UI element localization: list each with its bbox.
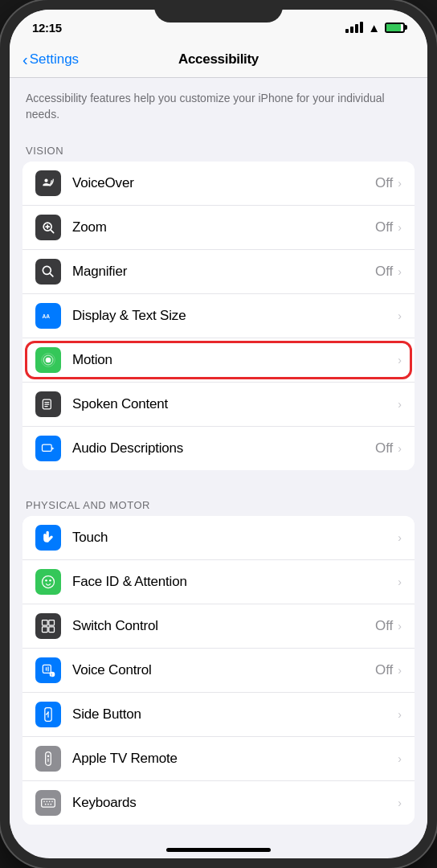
apple-tv-remote-label: Apple TV Remote [72, 751, 398, 767]
motion-label: Motion [72, 352, 398, 368]
svg-rect-19 [43, 620, 48, 626]
side-button-icon [35, 702, 61, 727]
wifi-icon: ▲ [368, 21, 380, 35]
svg-point-0 [44, 179, 47, 182]
vision-settings-group: VoiceOver Off › Zoom Off [22, 162, 415, 470]
svg-point-16 [43, 576, 55, 588]
svg-text:AA: AA [43, 313, 51, 319]
magnifier-value: Off [375, 264, 393, 280]
switch-control-icon [35, 613, 61, 639]
notch [154, 0, 283, 23]
list-item[interactable]: Apple TV Remote › [22, 737, 415, 781]
back-label: Settings [30, 51, 79, 68]
apple-tv-remote-icon [35, 746, 61, 772]
zoom-chevron-icon: › [398, 221, 402, 234]
motion-icon [35, 347, 61, 373]
list-item[interactable]: Motion › [22, 338, 415, 383]
touch-chevron-icon: › [398, 531, 402, 544]
audio-desc-chevron-icon: › [398, 442, 402, 455]
face-id-icon [35, 569, 61, 595]
list-item[interactable]: Spoken Content › [22, 383, 415, 427]
apple-tv-remote-chevron-icon: › [398, 752, 402, 765]
svg-point-17 [45, 579, 47, 582]
svg-rect-32 [42, 799, 55, 807]
display-text-label: Display & Text Size [72, 308, 398, 324]
svg-point-30 [47, 755, 50, 758]
display-text-chevron-icon: › [398, 309, 402, 322]
voiceover-label: VoiceOver [72, 175, 375, 191]
voice-control-icon: ! [35, 657, 61, 683]
voice-control-chevron-icon: › [398, 664, 402, 677]
svg-rect-15 [43, 444, 52, 451]
voiceover-icon [35, 170, 61, 196]
section-header-vision: VISION [10, 132, 427, 162]
keyboards-label: Keyboards [72, 795, 398, 811]
svg-rect-22 [49, 627, 55, 633]
battery-icon [385, 23, 405, 33]
list-item[interactable]: Touch › [22, 516, 415, 560]
svg-point-18 [49, 579, 51, 582]
zoom-value: Off [375, 219, 393, 235]
zoom-label: Zoom [72, 219, 375, 235]
zoom-icon [35, 215, 61, 240]
magnifier-icon [35, 259, 61, 285]
switch-control-value: Off [375, 618, 393, 634]
magnifier-label: Magnifier [72, 264, 375, 280]
voiceover-chevron-icon: › [398, 177, 402, 190]
list-item[interactable]: Zoom Off › [22, 206, 415, 250]
svg-rect-23 [43, 665, 51, 674]
list-item[interactable]: Face ID & Attention › [22, 560, 415, 604]
list-item[interactable]: VoiceOver Off › [22, 162, 415, 206]
side-button-chevron-icon: › [398, 708, 402, 721]
keyboards-icon [35, 790, 61, 816]
phone-frame: 12:15 ▲ ‹ Settings Accessibility [0, 0, 437, 868]
display-text-icon: AA [35, 303, 61, 329]
list-item[interactable]: Side Button › [22, 693, 415, 737]
content-area: Accessibility features help you customiz… [10, 78, 427, 839]
list-item[interactable]: Magnifier Off › [22, 250, 415, 294]
audio-desc-icon [35, 436, 61, 461]
audio-desc-value: Off [375, 440, 393, 457]
signal-icon [345, 22, 363, 33]
list-item[interactable]: Switch Control Off › [22, 604, 415, 649]
svg-rect-20 [49, 620, 55, 626]
spoken-content-icon [35, 391, 61, 417]
svg-rect-21 [43, 627, 48, 633]
touch-label: Touch [72, 530, 398, 546]
list-item[interactable]: Keyboards › [22, 781, 415, 825]
face-id-label: Face ID & Attention [72, 574, 398, 590]
voiceover-value: Off [375, 175, 393, 191]
switch-control-chevron-icon: › [398, 620, 402, 633]
svg-point-8 [46, 358, 51, 363]
description-text: Accessibility features help you customiz… [10, 78, 427, 132]
spoken-content-chevron-icon: › [398, 398, 402, 411]
nav-bar: ‹ Settings Accessibility [10, 45, 427, 78]
svg-line-2 [51, 230, 54, 233]
spoken-content-label: Spoken Content [72, 396, 398, 412]
face-id-chevron-icon: › [398, 575, 402, 588]
page-title: Accessibility [178, 51, 259, 68]
back-chevron-icon: ‹ [22, 51, 28, 68]
motion-chevron-icon: › [398, 354, 402, 366]
svg-line-6 [50, 273, 53, 276]
status-icons: ▲ [345, 21, 405, 35]
voice-control-label: Voice Control [72, 662, 375, 678]
status-time: 12:15 [32, 21, 62, 35]
list-item[interactable]: ! Voice Control Off › [22, 649, 415, 693]
switch-control-label: Switch Control [72, 618, 375, 634]
back-button[interactable]: ‹ Settings [22, 51, 79, 68]
section-header-physical: PHYSICAL AND MOTOR [10, 486, 427, 516]
home-indicator [166, 848, 271, 852]
voice-control-value: Off [375, 662, 393, 678]
audio-desc-label: Audio Descriptions [72, 440, 375, 457]
keyboards-chevron-icon: › [398, 796, 402, 809]
phone-screen: 12:15 ▲ ‹ Settings Accessibility [10, 10, 427, 858]
magnifier-chevron-icon: › [398, 265, 402, 278]
side-button-label: Side Button [72, 706, 398, 723]
physical-motor-settings-group: Touch › Face ID & Attention › [22, 516, 415, 825]
touch-icon [35, 525, 61, 551]
list-item[interactable]: AA Display & Text Size › [22, 294, 415, 338]
list-item[interactable]: Audio Descriptions Off › [22, 427, 415, 470]
